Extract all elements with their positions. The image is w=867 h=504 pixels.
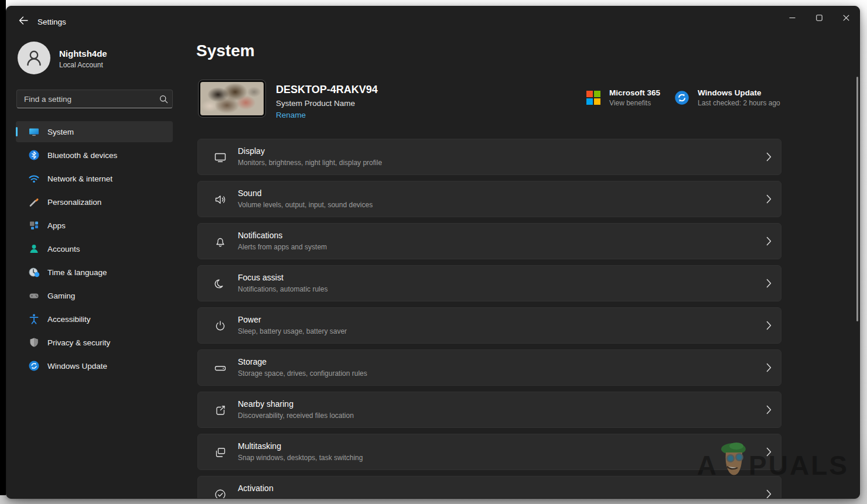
microsoft-365-subtitle[interactable]: View benefits xyxy=(609,99,660,107)
sidebar-item-personalization[interactable]: Personalization xyxy=(16,191,173,212)
rename-link[interactable]: Rename xyxy=(276,111,306,119)
chevron-right-icon xyxy=(766,152,772,164)
chevron-right-icon xyxy=(766,405,772,417)
search-input[interactable] xyxy=(17,95,155,104)
windows-update-icon xyxy=(674,90,689,105)
account-name: Nightsh4de xyxy=(59,49,107,59)
sidebar-item-bluetooth-devices[interactable]: Bluetooth & devices xyxy=(16,145,173,166)
back-arrow-icon xyxy=(19,16,28,27)
sidebar-item-accounts[interactable]: Accounts xyxy=(16,238,173,259)
check-circle-icon xyxy=(213,488,227,499)
row-display[interactable]: Display Monitors, brightness, night ligh… xyxy=(197,139,781,175)
minimize-button[interactable] xyxy=(779,6,805,29)
gamepad-icon xyxy=(28,290,40,301)
row-focus-assist[interactable]: Focus assist Notifications, automatic ru… xyxy=(197,265,781,301)
window-title: Settings xyxy=(37,18,66,26)
windows-update-block[interactable]: Windows Update Last checked: 2 hours ago xyxy=(674,88,780,107)
windows-update-subtitle: Last checked: 2 hours ago xyxy=(698,99,780,107)
background-edge xyxy=(0,0,6,495)
page-title: System xyxy=(196,42,255,60)
back-button[interactable] xyxy=(15,13,32,30)
bluetooth-icon xyxy=(28,149,40,161)
accessibility-icon xyxy=(28,313,40,325)
chevron-right-icon xyxy=(766,321,772,332)
microsoft-365-title: Microsoft 365 xyxy=(609,88,660,97)
brush-icon xyxy=(28,196,40,208)
device-name: DESKTOP-4RAKV94 xyxy=(276,84,378,96)
microsoft-365-block[interactable]: Microsoft 365 View benefits xyxy=(586,88,660,107)
sidebar-item-time-language[interactable]: Time & language xyxy=(16,262,173,283)
sidebar-item-network-internet[interactable]: Network & internet xyxy=(16,168,173,189)
chevron-right-icon xyxy=(766,447,772,459)
speaker-icon xyxy=(213,193,227,207)
search-box xyxy=(16,90,173,108)
settings-window: Settings Nightsh4de Local Account System xyxy=(6,6,860,499)
device-product-name: System Product Name xyxy=(276,99,355,108)
device-wallpaper-thumbnail xyxy=(199,80,265,117)
share-icon xyxy=(213,403,227,417)
apps-grid-icon xyxy=(28,220,40,231)
sidebar-item-apps[interactable]: Apps xyxy=(16,215,173,236)
chevron-right-icon xyxy=(766,279,772,290)
vertical-scrollbar[interactable] xyxy=(856,77,858,321)
maximize-button[interactable] xyxy=(805,6,832,29)
sync-icon xyxy=(28,360,40,372)
sidebar-item-gaming[interactable]: Gaming xyxy=(16,285,173,306)
microsoft-logo-icon xyxy=(586,90,601,105)
shield-icon xyxy=(28,337,40,348)
window-controls xyxy=(779,6,859,29)
chevron-right-icon xyxy=(766,194,772,206)
windows-update-title: Windows Update xyxy=(698,88,780,97)
drive-icon xyxy=(213,361,227,375)
sidebar-item-system[interactable]: System xyxy=(16,121,173,142)
row-power[interactable]: Power Sleep, battery usage, battery save… xyxy=(197,307,781,344)
row-activation[interactable]: Activation xyxy=(197,476,781,499)
avatar[interactable] xyxy=(18,42,50,74)
row-nearby-sharing[interactable]: Nearby sharing Discoverability, received… xyxy=(197,392,781,428)
row-multitasking[interactable]: Multitasking Snap windows, desktops, tas… xyxy=(197,434,781,470)
person-outline-icon xyxy=(22,46,46,70)
chevron-right-icon xyxy=(766,489,772,499)
sidebar-item-windows-update[interactable]: Windows Update xyxy=(16,355,173,376)
close-button[interactable] xyxy=(832,6,859,29)
bell-icon xyxy=(213,235,227,249)
monitor-icon xyxy=(28,126,40,138)
row-storage[interactable]: Storage Storage space, drives, configura… xyxy=(197,349,781,386)
sidebar-item-privacy-security[interactable]: Privacy & security xyxy=(16,332,173,353)
moon-icon xyxy=(213,277,227,291)
windows-stack-icon xyxy=(213,445,227,460)
selected-indicator xyxy=(16,127,18,136)
row-sound[interactable]: Sound Volume levels, output, input, soun… xyxy=(197,181,781,217)
clock-icon xyxy=(28,266,40,278)
wifi-icon xyxy=(28,173,40,184)
chevron-right-icon xyxy=(766,236,772,248)
display-icon xyxy=(213,150,227,164)
person-icon xyxy=(28,243,40,255)
sidebar-item-accessibility[interactable]: Accessibility xyxy=(16,308,173,330)
account-type: Local Account xyxy=(59,61,103,69)
power-icon xyxy=(213,319,227,333)
search-icon[interactable] xyxy=(155,95,172,104)
chevron-right-icon xyxy=(766,363,772,375)
row-notifications[interactable]: Notifications Alerts from apps and syste… xyxy=(197,223,781,259)
